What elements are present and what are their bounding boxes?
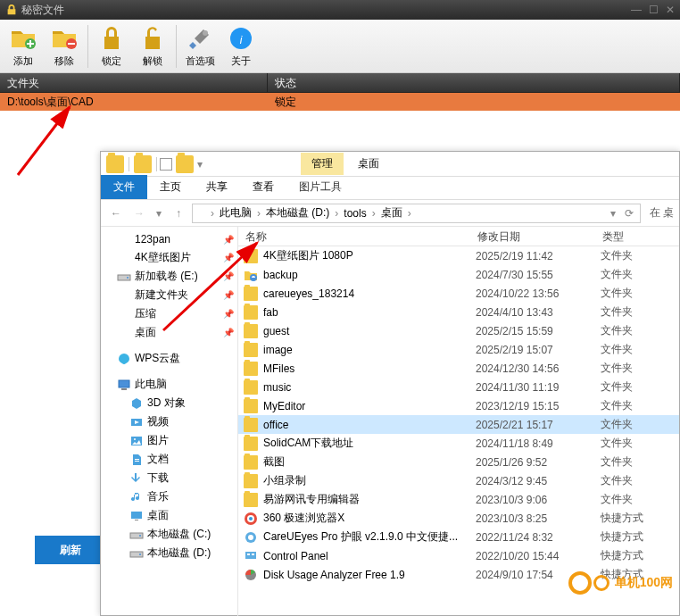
tree-item[interactable]: 新加载卷 (E:)📌 — [101, 267, 237, 286]
dropdown-icon[interactable]: ▾ — [197, 158, 203, 171]
minimize-button[interactable]: — — [631, 4, 642, 16]
nav-back-button[interactable]: ← — [106, 204, 126, 223]
close-button[interactable]: ✕ — [666, 4, 675, 16]
file-row[interactable]: 小组录制2024/3/12 9:45文件夹 — [238, 471, 679, 490]
breadcrumb[interactable]: 本地磁盘 (D:) — [262, 205, 333, 221]
file-row[interactable]: music2024/11/30 11:19文件夹 — [238, 378, 679, 396]
file-date: 2024/11/18 8:49 — [476, 437, 601, 450]
file-pane: 名称 修改日期 类型 4K壁纸图片 1080P2025/2/19 11:42文件… — [238, 227, 679, 616]
tree-item[interactable]: 新建文件夹📌 — [101, 286, 237, 304]
file-name: image — [263, 344, 476, 356]
folder-icon[interactable] — [176, 155, 194, 173]
nav-recent-button[interactable]: ▾ — [153, 204, 165, 223]
file-row[interactable]: Control Panel2022/10/20 15:44快捷方式 — [238, 546, 679, 565]
file-list: 4K壁纸图片 1080P2025/2/19 11:42文件夹backup2024… — [238, 246, 679, 584]
tab-file[interactable]: 文件 — [101, 175, 147, 199]
tree-item[interactable]: 3D 对象 — [101, 394, 237, 412]
column-status[interactable]: 状态 — [268, 73, 680, 92]
folder-icon[interactable] — [134, 155, 152, 173]
file-date: 2024/7/30 15:55 — [476, 269, 601, 281]
nav-tree[interactable]: 123pan📌4K壁纸图片📌新加载卷 (E:)📌新建文件夹📌压缩📌桌面📌WPS云… — [101, 227, 238, 616]
file-row[interactable]: MyEditor2023/12/19 15:15文件夹 — [238, 396, 679, 415]
file-row[interactable]: MFiles2024/12/30 14:56文件夹 — [238, 359, 679, 378]
breadcrumb[interactable]: 此电脑 — [216, 205, 255, 221]
tree-item[interactable]: 文档 — [101, 450, 237, 469]
add-button[interactable]: 添加 — [4, 21, 43, 71]
column-name[interactable]: 名称 — [238, 227, 470, 246]
tree-item[interactable]: 音乐 — [101, 487, 237, 506]
breadcrumb[interactable]: 桌面 — [377, 205, 406, 221]
file-row[interactable]: 360 极速浏览器X2023/10/3 8:25快捷方式 — [238, 509, 679, 528]
tree-item[interactable]: 下载 — [101, 469, 237, 487]
pin-icon: 📌 — [223, 309, 234, 319]
file-row[interactable]: backup2024/7/30 15:55文件夹 — [238, 265, 679, 284]
remove-button[interactable]: 移除 — [45, 21, 84, 71]
addr-refresh-button[interactable]: ⟳ — [622, 204, 636, 223]
tree-item[interactable]: 4K壁纸图片📌 — [101, 248, 237, 267]
tab-picture-tools[interactable]: 图片工具 — [286, 175, 354, 199]
file-name: Control Panel — [263, 550, 476, 562]
tree-item[interactable]: 此电脑 — [101, 375, 237, 394]
column-type[interactable]: 类型 — [595, 227, 679, 246]
tree-item[interactable]: 桌面 — [101, 506, 237, 525]
tree-item[interactable]: 压缩📌 — [101, 304, 237, 323]
folder-icon[interactable] — [106, 155, 124, 173]
tree-item[interactable]: 本地磁盘 (D:) — [101, 544, 237, 562]
svg-rect-14 — [135, 520, 138, 520]
svg-rect-8 — [119, 380, 129, 387]
file-row[interactable]: 4K壁纸图片 1080P2025/2/19 11:42文件夹 — [238, 246, 679, 265]
list-row[interactable]: D:\tools\桌面\CAD 锁定 — [0, 93, 680, 111]
search-hint[interactable]: 在 桌 — [650, 205, 674, 221]
tree-item[interactable]: 视频 — [101, 412, 237, 431]
tree-item[interactable]: 桌面📌 — [101, 323, 237, 342]
refresh-button[interactable]: 刷新 — [35, 536, 106, 564]
lock-icon — [5, 4, 18, 16]
tree-item[interactable]: 图片 — [101, 431, 237, 450]
pin-icon: 📌 — [223, 328, 234, 337]
file-row[interactable]: image2025/2/19 15:07文件夹 — [238, 340, 679, 359]
options-button[interactable]: 首选项 — [180, 21, 220, 71]
nav-forward-button[interactable]: → — [129, 204, 149, 223]
file-row[interactable]: SolidCAM下载地址2024/11/18 8:49文件夹 — [238, 434, 679, 453]
drive-icon — [117, 270, 131, 284]
file-date: 2023/10/3 8:25 — [476, 512, 601, 525]
svg-rect-25 — [245, 552, 256, 559]
file-row[interactable]: 易游网讯专用编辑器2023/10/3 9:06文件夹 — [238, 490, 679, 509]
logo-icon — [568, 571, 592, 595]
file-type: 文件夹 — [601, 342, 633, 357]
file-row[interactable]: 截图2025/1/26 9:52文件夹 — [238, 453, 679, 471]
breadcrumb-bar[interactable]: › 此电脑 › 本地磁盘 (D:) › tools › 桌面 › ▾ ⟳ — [192, 204, 641, 223]
toolbar: 添加 移除 锁定 解锁 首选项 i 关于 — [0, 20, 680, 73]
file-row[interactable]: fab2024/4/10 13:43文件夹 — [238, 303, 679, 321]
nav-up-button[interactable]: ↑ — [169, 204, 188, 223]
lock-button[interactable]: 锁定 — [92, 21, 131, 71]
tree-item[interactable]: 本地磁盘 (C:) — [101, 525, 237, 544]
file-row[interactable]: guest2025/2/15 15:59文件夹 — [238, 321, 679, 340]
file-row[interactable]: office2025/2/21 15:17文件夹 — [238, 415, 679, 434]
checkbox-icon[interactable] — [160, 158, 172, 171]
manage-tab[interactable]: 管理 — [301, 153, 344, 175]
tree-item-label: 图片 — [147, 433, 169, 448]
file-row[interactable]: CareUEyes Pro 护眼 v2.1.9.0 中文便捷...2022/11… — [238, 528, 679, 546]
pin-icon: 📌 — [223, 235, 234, 245]
about-button[interactable]: i 关于 — [221, 21, 261, 71]
file-name: careueyes_183214 — [263, 287, 476, 300]
addr-dropdown-button[interactable]: ▾ — [606, 204, 620, 223]
tree-item[interactable]: 123pan📌 — [101, 230, 237, 248]
pc-icon — [117, 378, 131, 392]
tab-home[interactable]: 主页 — [147, 175, 194, 199]
column-date[interactable]: 修改日期 — [470, 227, 595, 246]
file-date: 2023/12/19 15:15 — [476, 400, 601, 412]
tree-item[interactable]: WPS云盘 — [101, 349, 237, 368]
unlock-button[interactable]: 解锁 — [133, 21, 172, 71]
file-type: 文件夹 — [601, 417, 633, 432]
tab-view[interactable]: 查看 — [240, 175, 286, 199]
titlebar[interactable]: 秘密文件 — ☐ ✕ — [0, 0, 680, 20]
maximize-button[interactable]: ☐ — [649, 4, 659, 16]
tab-share[interactable]: 共享 — [194, 175, 240, 199]
column-folder[interactable]: 文件夹 — [0, 73, 268, 92]
file-row[interactable]: careueyes_1832142024/10/22 13:56文件夹 — [238, 284, 679, 303]
file-type: 文件夹 — [601, 454, 633, 470]
file-type: 文件夹 — [601, 473, 633, 488]
breadcrumb[interactable]: tools — [340, 207, 369, 220]
